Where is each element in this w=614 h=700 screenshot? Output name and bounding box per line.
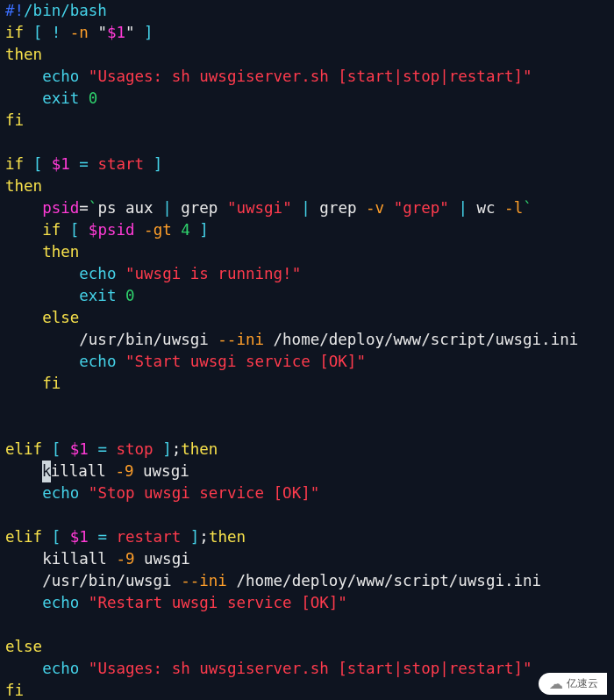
code-line: echo "Usages: sh uwsgiserver.sh [start|s… (5, 660, 532, 677)
code-line: exit 0 (5, 287, 135, 304)
code-line: killall -9 uwsgi (5, 550, 190, 568)
code-line: else (5, 638, 42, 655)
code-line: then (5, 243, 79, 261)
code-line: elif [ $1 = stop ];then (5, 440, 218, 458)
code-line: /usr/bin/uwsgi --ini /home/deploy/www/sc… (5, 331, 578, 348)
code-line: exit 0 (5, 89, 97, 107)
code-line: elif [ $1 = restart ];then (5, 528, 246, 546)
code-line: if [ $1 = start ] (5, 155, 162, 173)
code-line: then (5, 46, 42, 63)
code-line: psid=`ps aux | grep "uwsgi" | grep -v "g… (5, 199, 532, 217)
cloud-icon: ☁ (549, 677, 563, 691)
watermark-badge: ☁ 亿速云 (539, 673, 607, 695)
code-line: echo "Start uwsgi service [OK]" (5, 353, 366, 370)
code-line: killall -9 uwsgi (5, 462, 189, 480)
code-editor: #!/bin/bash if [ ! -n "$1" ] then echo "… (0, 0, 614, 700)
code-line: /usr/bin/uwsgi --ini /home/deploy/www/sc… (5, 572, 541, 589)
code-line: fi (5, 682, 24, 699)
code-line: fi (5, 375, 61, 392)
code-line: else (5, 309, 79, 326)
code-line: echo "Stop uwsgi service [OK]" (5, 484, 319, 502)
code-line: #!/bin/bash (5, 2, 107, 19)
code-line: if [ $psid -gt 4 ] (5, 221, 209, 239)
code-line: fi (5, 111, 24, 129)
code-line: echo "Restart uwsgi service [OK]" (5, 594, 347, 611)
code-line: echo "uwsgi is running!" (5, 265, 301, 282)
watermark-text: 亿速云 (567, 676, 598, 691)
code-line: if [ ! -n "$1" ] (5, 24, 154, 41)
code-line: echo "Usages: sh uwsgiserver.sh [start|s… (5, 68, 532, 85)
code-line: then (5, 177, 42, 195)
